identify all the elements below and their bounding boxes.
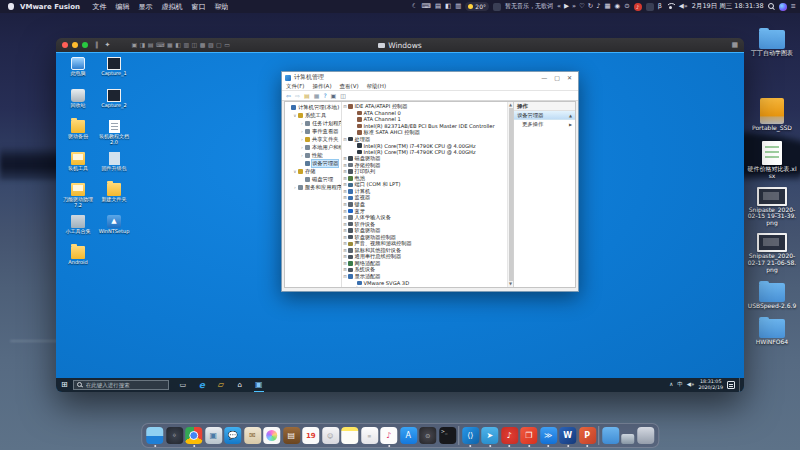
- dock-item[interactable]: ⊙: [419, 427, 436, 444]
- menubar-menu-item[interactable]: 文件: [93, 2, 107, 12]
- menubar-status-icon[interactable]: ⊙: [624, 3, 629, 10]
- console-tree-item[interactable]: 设备管理器: [285, 159, 341, 167]
- console-tree-item[interactable]: › 事件查看器: [285, 127, 341, 135]
- cm-toolbar-icon[interactable]: ◫: [340, 93, 346, 99]
- menubar-status-icon[interactable]: ▶: [564, 3, 569, 10]
- menubar-menu-item[interactable]: 编辑: [116, 2, 130, 12]
- cm-menu-item[interactable]: 帮助(H): [367, 83, 386, 90]
- vm-fullscreen-button[interactable]: ▦: [731, 41, 738, 49]
- dock-item[interactable]: [602, 427, 619, 444]
- scroll-up-arrow[interactable]: ▲: [509, 103, 512, 107]
- dock-item[interactable]: ≡: [361, 427, 378, 444]
- dock-item[interactable]: >_: [439, 427, 456, 444]
- dock-item[interactable]: [598, 426, 599, 445]
- dock-item[interactable]: [263, 427, 280, 444]
- console-tree-item[interactable]: › 性能: [285, 151, 341, 159]
- vm-device-icon[interactable]: ▦: [167, 42, 173, 48]
- taskbar-app-icon[interactable]: ⌂: [234, 379, 246, 391]
- dock-item[interactable]: ✉: [244, 427, 261, 444]
- menubar-app-name[interactable]: VMware Fusion: [20, 3, 80, 11]
- dock-item[interactable]: ≫: [540, 427, 557, 444]
- volume-icon[interactable]: ◀»: [679, 3, 688, 10]
- menubar-status-icon[interactable]: ▥: [455, 3, 461, 10]
- dock-item[interactable]: 💬: [224, 427, 241, 444]
- taskbar-app-icon[interactable]: ▱: [215, 379, 227, 391]
- spotlight-search-icon[interactable]: [768, 3, 775, 10]
- vm-device-icon[interactable]: ▥: [183, 42, 189, 48]
- dock-item[interactable]: ◦: [166, 427, 183, 444]
- device-tree-item[interactable]: ⊞ 音频输入和输出: [342, 286, 507, 287]
- vm-device-icon[interactable]: ▨: [208, 42, 214, 48]
- vmware-titlebar[interactable]: ∥ ✦ ▣ ◨ ▤ ⌨ ▦ ◧ ▥ ◫ ▩ ▨ ▢ ▭ Windows ▦: [56, 38, 744, 52]
- dock-item[interactable]: [621, 434, 634, 444]
- windows-desktop-icon[interactable]: 装机教程文档 2.0: [96, 120, 132, 152]
- tray-icon[interactable]: ◀»: [687, 382, 695, 388]
- actions-device-manager-item[interactable]: 设备管理器▲: [514, 111, 575, 120]
- windows-desktop-icon[interactable]: Capture_1: [96, 57, 132, 89]
- windows-desktop-icon[interactable]: 此电脑: [60, 57, 96, 89]
- vm-device-icon[interactable]: ▭: [224, 42, 230, 48]
- minimize-window-button[interactable]: [72, 42, 78, 48]
- menubar-status-icon[interactable]: ◧: [445, 3, 451, 10]
- menubar-status-icon[interactable]: ☾: [412, 3, 418, 10]
- bluetooth-icon[interactable]: β: [658, 3, 662, 10]
- vm-device-icon[interactable]: ▩: [200, 42, 206, 48]
- music-lyric-status[interactable]: 暂无音乐，无歌词: [505, 2, 553, 11]
- dock-item[interactable]: ♪: [501, 427, 518, 444]
- dock-item[interactable]: A: [400, 427, 417, 444]
- taskbar-clock[interactable]: 18:31:052020/2/19: [698, 379, 723, 391]
- mac-desktop-icon[interactable]: 硬件价格对比表.xlsx: [747, 141, 797, 180]
- cm-toolbar-icon[interactable]: ?: [323, 93, 326, 99]
- taskbar-app-icon[interactable]: ▭: [177, 379, 189, 391]
- console-tree-item[interactable]: › 服务和应用程序: [285, 183, 341, 191]
- mac-desktop-icon[interactable]: Snipaste_2020-02-15 19-31-39.png: [747, 187, 797, 228]
- dock-item[interactable]: ❐: [520, 427, 537, 444]
- dock-item[interactable]: ▣: [205, 427, 222, 444]
- mac-desktop-icon[interactable]: Snipaste_2020-02-17 21-06-58.png: [747, 233, 797, 274]
- windows-desktop-icon[interactable]: 新建文件夹: [96, 183, 132, 215]
- menubar-status-icon[interactable]: »: [572, 3, 576, 10]
- dock-item[interactable]: ▤: [283, 427, 300, 444]
- show-desktop-button[interactable]: [739, 378, 741, 392]
- console-tree-item[interactable]: ∨ 系统工具: [285, 111, 341, 119]
- app-status-icon-2[interactable]: [646, 3, 654, 11]
- windows-desktop-icon[interactable]: 万能驱动助理 7.2: [60, 183, 96, 215]
- vm-device-icon[interactable]: ⌨: [156, 42, 165, 48]
- dock-item[interactable]: W: [559, 427, 576, 444]
- cm-toolbar-icon[interactable]: ▣: [331, 93, 337, 99]
- dock-item[interactable]: [146, 427, 163, 444]
- vm-device-icon[interactable]: ▣: [131, 42, 137, 48]
- vm-device-icon[interactable]: ◧: [175, 42, 181, 48]
- weather-widget[interactable]: 20°: [465, 2, 489, 11]
- cm-menu-item[interactable]: 操作(A): [312, 83, 331, 90]
- dock-item[interactable]: 19: [302, 427, 319, 444]
- menubar-menu-item[interactable]: 帮助: [215, 2, 229, 12]
- console-tree-item[interactable]: › 本地用户和组: [285, 143, 341, 151]
- menubar-status-icon[interactable]: ⌨: [421, 3, 430, 10]
- windows-desktop-icon[interactable]: 装机工具: [60, 152, 96, 184]
- dock-item[interactable]: P: [579, 427, 596, 444]
- taskbar-search-box[interactable]: 在此键入进行搜索: [73, 380, 169, 390]
- vm-device-icon[interactable]: ▤: [148, 42, 154, 48]
- taskbar-app-icon[interactable]: ▣: [253, 379, 265, 391]
- vm-suspend-button[interactable]: ∥: [95, 42, 99, 49]
- collapse-icon[interactable]: ▲: [569, 113, 572, 118]
- mac-desktop-icon[interactable]: 丁丁自动学图表: [747, 27, 797, 57]
- window-control-button[interactable]: ✕: [567, 74, 572, 81]
- cm-menu-item[interactable]: 查看(V): [340, 83, 359, 90]
- console-tree-item[interactable]: 磁盘管理: [285, 175, 341, 183]
- dock-item[interactable]: ♪: [380, 427, 397, 444]
- vm-device-icon[interactable]: ◨: [140, 42, 146, 48]
- vm-device-icon[interactable]: ▢: [216, 42, 222, 48]
- windows-desktop-icon[interactable]: Android: [60, 246, 96, 278]
- vm-device-icon[interactable]: ◫: [192, 42, 198, 48]
- netease-music-icon[interactable]: ♪: [634, 3, 642, 11]
- taskbar-app-icon[interactable]: e: [196, 379, 208, 391]
- console-tree-item[interactable]: 计算机管理(本地): [285, 103, 341, 111]
- mac-desktop-icon[interactable]: USBSpeed-2.6.9: [747, 280, 797, 310]
- dock-item[interactable]: [185, 427, 202, 444]
- cm-toolbar-icon[interactable]: ⇨: [295, 93, 300, 99]
- menubar-menu-item[interactable]: 虚拟机: [162, 2, 183, 12]
- cm-toolbar-icon[interactable]: ▤: [304, 93, 310, 99]
- dock-item[interactable]: ⟨⟩: [462, 427, 479, 444]
